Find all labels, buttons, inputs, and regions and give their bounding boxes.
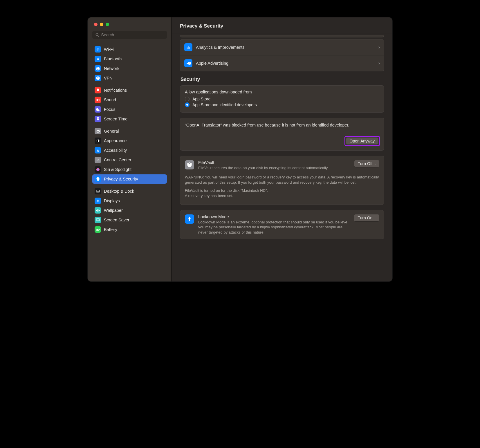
sidebar-item-desktop-dock[interactable]: Desktop & Dock (92, 187, 167, 196)
dock-icon (95, 188, 101, 194)
sidebar-item-screen-time[interactable]: Screen Time (92, 114, 167, 124)
security-section-title: Security (181, 77, 384, 82)
sidebar-item-wallpaper[interactable]: Wallpaper (92, 206, 167, 215)
analytics-icon (184, 43, 192, 51)
svg-rect-14 (96, 218, 99, 221)
radio-app-store-identified[interactable]: App Store and identified developers (185, 102, 379, 107)
search-input[interactable] (101, 32, 164, 37)
gear-icon (95, 128, 101, 134)
system-settings-window: Wi-FiBluetoothNetworkVPNNotificationsSou… (88, 17, 392, 281)
sidebar-item-sound[interactable]: Sound (92, 95, 167, 104)
sidebar-item-privacy-security[interactable]: Privacy & Security (92, 174, 167, 184)
radio-button-icon (185, 97, 190, 101)
sidebar-item-label: Wi-Fi (104, 47, 114, 52)
svg-point-5 (96, 168, 99, 171)
sidebar-item-accessibility[interactable]: Accessibility (92, 146, 167, 155)
bell-icon (95, 87, 101, 93)
speaker-icon (95, 97, 101, 103)
sidebar-item-label: Focus (104, 107, 116, 112)
svg-rect-7 (97, 192, 99, 192)
annotation-highlight: Open Anyway (344, 136, 380, 146)
filevault-description: FileVault secures the data on your disk … (198, 165, 350, 171)
sidebar-item-label: Siri & Spotlight (104, 167, 131, 172)
sidebar-item-network[interactable]: Network (92, 64, 167, 73)
svg-rect-17 (99, 229, 100, 230)
sidebar-item-label: Screen Saver (104, 218, 129, 222)
allow-apps-label: Allow applications downloaded from (185, 90, 379, 94)
radio-app-store[interactable]: App Store (185, 97, 379, 101)
sidebar-item-label: Network (104, 66, 119, 71)
svg-point-9 (97, 210, 98, 211)
main-pane: Privacy & Security Analytics & Improveme… (172, 17, 392, 281)
page-title: Privacy & Security (172, 17, 392, 33)
sidebar-item-vpn[interactable]: VPN (92, 73, 167, 83)
globe-icon (95, 75, 101, 81)
close-window-button[interactable] (94, 23, 98, 26)
sidebar-item-focus[interactable]: Focus (92, 105, 167, 114)
lockdown-icon (185, 214, 194, 224)
panel-privacy-rows: Analytics & Improvements › Apple Adverti… (180, 39, 384, 71)
sidebar-item-control-center[interactable]: Control Center (92, 155, 167, 165)
sidebar: Wi-FiBluetoothNetworkVPNNotificationsSou… (88, 17, 172, 281)
blocked-app-message: “OpenAI Translator” was blocked from use… (180, 118, 384, 128)
open-anyway-button[interactable]: Open Anyway (346, 138, 378, 144)
svg-point-1 (98, 149, 98, 149)
filevault-turn-off-button[interactable]: Turn Off... (354, 160, 379, 167)
sidebar-item-label: Displays (104, 198, 120, 203)
sidebar-item-siri-spotlight[interactable]: Siri & Spotlight (92, 165, 167, 174)
globe-icon (95, 65, 101, 72)
row-label: Analytics & Improvements (196, 45, 378, 50)
battery-icon (95, 226, 101, 233)
sidebar-item-screen-saver[interactable]: Screen Saver (92, 215, 167, 225)
flower-icon (95, 207, 101, 214)
row-analytics-improvements[interactable]: Analytics & Improvements › (180, 39, 384, 55)
sidebar-item-notifications[interactable]: Notifications (92, 86, 167, 95)
lockdown-turn-on-button[interactable]: Turn On... (354, 214, 379, 221)
filevault-icon (185, 160, 194, 169)
svg-point-2 (98, 159, 99, 160)
sidebar-item-label: Battery (104, 227, 117, 232)
minimize-window-button[interactable] (100, 23, 103, 26)
maximize-window-button[interactable] (106, 23, 109, 26)
traffic-lights (91, 17, 168, 31)
bluetooth-icon (95, 56, 101, 62)
svg-point-11 (97, 211, 98, 212)
sun-icon (95, 198, 101, 204)
svg-point-10 (97, 209, 98, 210)
main-content[interactable]: Analytics & Improvements › Apple Adverti… (172, 33, 392, 281)
search-field-wrap[interactable] (92, 31, 167, 39)
sliders-icon (95, 157, 101, 163)
chevron-right-icon: › (378, 45, 380, 50)
lockdown-title: Lockdown Mode (198, 214, 350, 219)
sidebar-item-general[interactable]: General (92, 127, 167, 136)
sidebar-item-label: General (104, 129, 119, 133)
sidebar-item-label: Accessibility (104, 148, 127, 153)
radio-label: App Store and identified developers (192, 102, 257, 107)
sidebar-item-label: Control Center (104, 158, 131, 162)
wifi-icon (95, 46, 101, 53)
sidebar-item-label: Bluetooth (104, 57, 122, 61)
svg-point-12 (96, 210, 97, 211)
sidebar-item-label: Wallpaper (104, 208, 123, 213)
row-apple-advertising[interactable]: Apple Advertising › (180, 55, 384, 71)
sidebar-item-displays[interactable]: Displays (92, 196, 167, 205)
sidebar-item-wi-fi[interactable]: Wi-Fi (92, 45, 167, 54)
sidebar-item-appearance[interactable]: Appearance (92, 136, 167, 145)
panel-filevault: FileVault FileVault secures the data on … (180, 156, 384, 205)
radio-button-checked-icon (185, 102, 190, 107)
sidebar-item-label: Privacy & Security (104, 177, 138, 181)
sidebar-item-battery[interactable]: Battery (92, 225, 167, 234)
filevault-status-key: A recovery key has been set. (185, 194, 233, 198)
sidebar-item-bluetooth[interactable]: Bluetooth (92, 54, 167, 64)
sidebar-item-label: Screen Time (104, 117, 127, 121)
filevault-warning: WARNING: You will need your login passwo… (185, 175, 379, 185)
svg-point-3 (97, 160, 98, 160)
advertising-icon (184, 59, 192, 67)
screensaver-icon (95, 217, 101, 223)
sidebar-item-label: Sound (104, 97, 116, 102)
search-icon (95, 32, 100, 37)
siri-icon (95, 166, 101, 173)
sidebar-item-label: VPN (104, 76, 113, 80)
sidebar-nav: Wi-FiBluetoothNetworkVPNNotificationsSou… (91, 42, 168, 281)
hand-icon (95, 176, 101, 182)
